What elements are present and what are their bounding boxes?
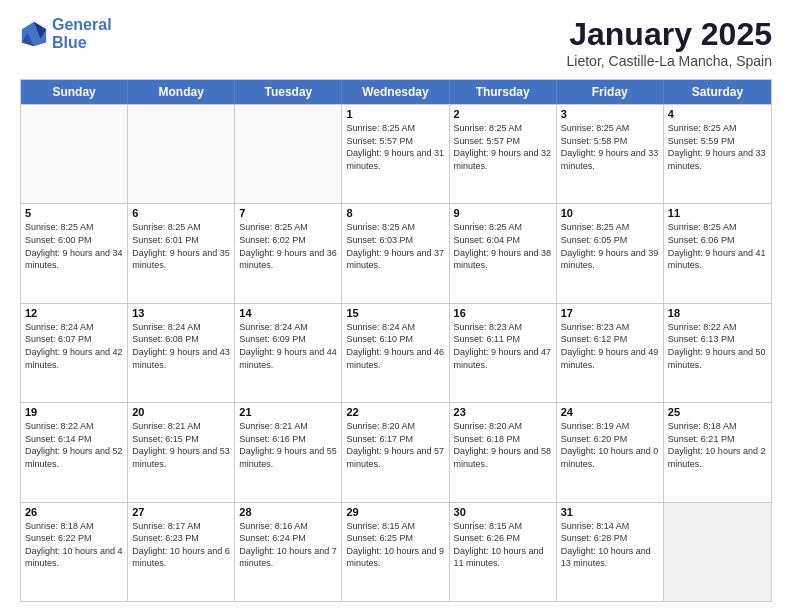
cell-info: Sunrise: 8:18 AM Sunset: 6:21 PM Dayligh… xyxy=(668,420,767,470)
calendar-cell: 24Sunrise: 8:19 AM Sunset: 6:20 PM Dayli… xyxy=(557,403,664,501)
day-number: 23 xyxy=(454,406,552,418)
calendar-header: SundayMondayTuesdayWednesdayThursdayFrid… xyxy=(21,80,771,104)
month-title: January 2025 xyxy=(567,16,772,53)
cell-info: Sunrise: 8:25 AM Sunset: 5:57 PM Dayligh… xyxy=(346,122,444,172)
day-number: 24 xyxy=(561,406,659,418)
page: General Blue January 2025 Lietor, Castil… xyxy=(0,0,792,612)
cell-info: Sunrise: 8:25 AM Sunset: 6:05 PM Dayligh… xyxy=(561,221,659,271)
day-number: 22 xyxy=(346,406,444,418)
day-number: 1 xyxy=(346,108,444,120)
calendar-cell: 15Sunrise: 8:24 AM Sunset: 6:10 PM Dayli… xyxy=(342,304,449,402)
calendar-cell: 29Sunrise: 8:15 AM Sunset: 6:25 PM Dayli… xyxy=(342,503,449,601)
calendar-cell: 30Sunrise: 8:15 AM Sunset: 6:26 PM Dayli… xyxy=(450,503,557,601)
day-number: 13 xyxy=(132,307,230,319)
cell-info: Sunrise: 8:24 AM Sunset: 6:08 PM Dayligh… xyxy=(132,321,230,371)
cell-info: Sunrise: 8:21 AM Sunset: 6:16 PM Dayligh… xyxy=(239,420,337,470)
day-number: 18 xyxy=(668,307,767,319)
calendar-cell: 27Sunrise: 8:17 AM Sunset: 6:23 PM Dayli… xyxy=(128,503,235,601)
calendar-cell xyxy=(664,503,771,601)
cell-info: Sunrise: 8:25 AM Sunset: 5:59 PM Dayligh… xyxy=(668,122,767,172)
logo-general: General xyxy=(52,16,112,33)
calendar-cell xyxy=(235,105,342,203)
cell-info: Sunrise: 8:25 AM Sunset: 6:06 PM Dayligh… xyxy=(668,221,767,271)
calendar-cell: 4Sunrise: 8:25 AM Sunset: 5:59 PM Daylig… xyxy=(664,105,771,203)
day-number: 20 xyxy=(132,406,230,418)
calendar-cell: 5Sunrise: 8:25 AM Sunset: 6:00 PM Daylig… xyxy=(21,204,128,302)
calendar-cell: 3Sunrise: 8:25 AM Sunset: 5:58 PM Daylig… xyxy=(557,105,664,203)
cell-info: Sunrise: 8:25 AM Sunset: 6:01 PM Dayligh… xyxy=(132,221,230,271)
day-number: 3 xyxy=(561,108,659,120)
calendar-cell: 17Sunrise: 8:23 AM Sunset: 6:12 PM Dayli… xyxy=(557,304,664,402)
logo-blue: Blue xyxy=(52,34,87,51)
weekday-header-tuesday: Tuesday xyxy=(235,80,342,104)
cell-info: Sunrise: 8:25 AM Sunset: 5:58 PM Dayligh… xyxy=(561,122,659,172)
cell-info: Sunrise: 8:24 AM Sunset: 6:07 PM Dayligh… xyxy=(25,321,123,371)
calendar: SundayMondayTuesdayWednesdayThursdayFrid… xyxy=(20,79,772,602)
day-number: 14 xyxy=(239,307,337,319)
day-number: 28 xyxy=(239,506,337,518)
day-number: 10 xyxy=(561,207,659,219)
weekday-header-saturday: Saturday xyxy=(664,80,771,104)
day-number: 4 xyxy=(668,108,767,120)
cell-info: Sunrise: 8:20 AM Sunset: 6:17 PM Dayligh… xyxy=(346,420,444,470)
day-number: 21 xyxy=(239,406,337,418)
cell-info: Sunrise: 8:18 AM Sunset: 6:22 PM Dayligh… xyxy=(25,520,123,570)
calendar-cell: 16Sunrise: 8:23 AM Sunset: 6:11 PM Dayli… xyxy=(450,304,557,402)
calendar-cell: 18Sunrise: 8:22 AM Sunset: 6:13 PM Dayli… xyxy=(664,304,771,402)
weekday-header-monday: Monday xyxy=(128,80,235,104)
calendar-row-4: 19Sunrise: 8:22 AM Sunset: 6:14 PM Dayli… xyxy=(21,402,771,501)
calendar-cell: 6Sunrise: 8:25 AM Sunset: 6:01 PM Daylig… xyxy=(128,204,235,302)
cell-info: Sunrise: 8:22 AM Sunset: 6:14 PM Dayligh… xyxy=(25,420,123,470)
calendar-cell: 25Sunrise: 8:18 AM Sunset: 6:21 PM Dayli… xyxy=(664,403,771,501)
weekday-header-thursday: Thursday xyxy=(450,80,557,104)
cell-info: Sunrise: 8:16 AM Sunset: 6:24 PM Dayligh… xyxy=(239,520,337,570)
day-number: 16 xyxy=(454,307,552,319)
calendar-cell: 20Sunrise: 8:21 AM Sunset: 6:15 PM Dayli… xyxy=(128,403,235,501)
calendar-cell: 13Sunrise: 8:24 AM Sunset: 6:08 PM Dayli… xyxy=(128,304,235,402)
calendar-cell xyxy=(128,105,235,203)
cell-info: Sunrise: 8:15 AM Sunset: 6:26 PM Dayligh… xyxy=(454,520,552,570)
calendar-cell: 7Sunrise: 8:25 AM Sunset: 6:02 PM Daylig… xyxy=(235,204,342,302)
day-number: 19 xyxy=(25,406,123,418)
day-number: 5 xyxy=(25,207,123,219)
calendar-cell: 11Sunrise: 8:25 AM Sunset: 6:06 PM Dayli… xyxy=(664,204,771,302)
cell-info: Sunrise: 8:21 AM Sunset: 6:15 PM Dayligh… xyxy=(132,420,230,470)
day-number: 31 xyxy=(561,506,659,518)
day-number: 26 xyxy=(25,506,123,518)
cell-info: Sunrise: 8:23 AM Sunset: 6:11 PM Dayligh… xyxy=(454,321,552,371)
calendar-cell: 26Sunrise: 8:18 AM Sunset: 6:22 PM Dayli… xyxy=(21,503,128,601)
calendar-cell: 2Sunrise: 8:25 AM Sunset: 5:57 PM Daylig… xyxy=(450,105,557,203)
day-number: 30 xyxy=(454,506,552,518)
calendar-cell: 12Sunrise: 8:24 AM Sunset: 6:07 PM Dayli… xyxy=(21,304,128,402)
logo: General Blue xyxy=(20,16,112,51)
calendar-cell xyxy=(21,105,128,203)
cell-info: Sunrise: 8:25 AM Sunset: 6:00 PM Dayligh… xyxy=(25,221,123,271)
calendar-body: 1Sunrise: 8:25 AM Sunset: 5:57 PM Daylig… xyxy=(21,104,771,601)
calendar-cell: 10Sunrise: 8:25 AM Sunset: 6:05 PM Dayli… xyxy=(557,204,664,302)
weekday-header-friday: Friday xyxy=(557,80,664,104)
day-number: 17 xyxy=(561,307,659,319)
calendar-cell: 1Sunrise: 8:25 AM Sunset: 5:57 PM Daylig… xyxy=(342,105,449,203)
calendar-row-3: 12Sunrise: 8:24 AM Sunset: 6:07 PM Dayli… xyxy=(21,303,771,402)
calendar-row-2: 5Sunrise: 8:25 AM Sunset: 6:00 PM Daylig… xyxy=(21,203,771,302)
cell-info: Sunrise: 8:20 AM Sunset: 6:18 PM Dayligh… xyxy=(454,420,552,470)
day-number: 29 xyxy=(346,506,444,518)
day-number: 8 xyxy=(346,207,444,219)
cell-info: Sunrise: 8:24 AM Sunset: 6:09 PM Dayligh… xyxy=(239,321,337,371)
calendar-cell: 22Sunrise: 8:20 AM Sunset: 6:17 PM Dayli… xyxy=(342,403,449,501)
location-subtitle: Lietor, Castille-La Mancha, Spain xyxy=(567,53,772,69)
calendar-row-1: 1Sunrise: 8:25 AM Sunset: 5:57 PM Daylig… xyxy=(21,104,771,203)
calendar-cell: 23Sunrise: 8:20 AM Sunset: 6:18 PM Dayli… xyxy=(450,403,557,501)
title-block: January 2025 Lietor, Castille-La Mancha,… xyxy=(567,16,772,69)
logo-text: General Blue xyxy=(52,16,112,51)
cell-info: Sunrise: 8:17 AM Sunset: 6:23 PM Dayligh… xyxy=(132,520,230,570)
day-number: 2 xyxy=(454,108,552,120)
cell-info: Sunrise: 8:23 AM Sunset: 6:12 PM Dayligh… xyxy=(561,321,659,371)
calendar-cell: 9Sunrise: 8:25 AM Sunset: 6:04 PM Daylig… xyxy=(450,204,557,302)
cell-info: Sunrise: 8:14 AM Sunset: 6:28 PM Dayligh… xyxy=(561,520,659,570)
cell-info: Sunrise: 8:25 AM Sunset: 6:04 PM Dayligh… xyxy=(454,221,552,271)
weekday-header-sunday: Sunday xyxy=(21,80,128,104)
calendar-cell: 8Sunrise: 8:25 AM Sunset: 6:03 PM Daylig… xyxy=(342,204,449,302)
day-number: 7 xyxy=(239,207,337,219)
day-number: 12 xyxy=(25,307,123,319)
